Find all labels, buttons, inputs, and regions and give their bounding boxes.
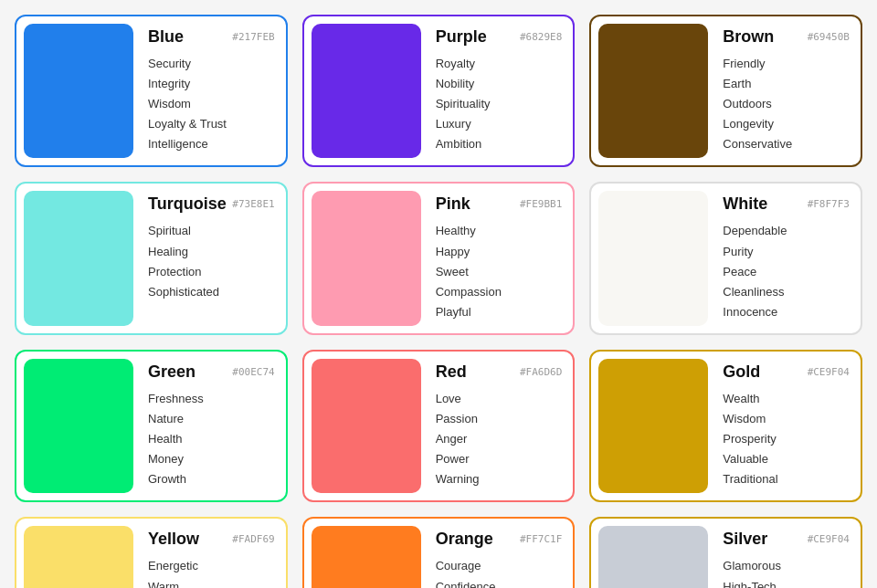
red-swatch — [312, 359, 421, 493]
silver-swatch — [598, 526, 708, 588]
green-swatch — [24, 359, 133, 493]
gold-trait: Traditional — [723, 469, 850, 489]
white-hex: #F8F7F3 — [808, 198, 850, 210]
brown-trait: Friendly — [723, 54, 850, 74]
brown-swatch — [598, 24, 708, 158]
white-trait: Purity — [723, 242, 850, 262]
red-trait: Love — [436, 389, 563, 409]
color-card-pink[interactable]: Pink#FE9BB1HealthyHappySweetCompassionPl… — [302, 182, 576, 334]
purple-swatch — [312, 24, 421, 158]
pink-swatch — [312, 191, 421, 325]
color-card-orange[interactable]: Orange#FF7C1FCourageConfidenceFriendline… — [302, 517, 576, 588]
turquoise-trait: Healing — [148, 242, 275, 262]
orange-trait: Courage — [436, 556, 563, 576]
yellow-trait: Energetic — [148, 556, 275, 576]
green-trait: Growth — [148, 469, 275, 489]
color-card-gold[interactable]: Gold#CE9F04WealthWisdomProsperityValuabl… — [589, 350, 862, 502]
gold-hex: #CE9F04 — [808, 366, 850, 378]
color-card-brown[interactable]: Brown#69450BFriendlyEarthOutdoorsLongevi… — [589, 15, 862, 167]
turquoise-hex: #73E8E1 — [232, 198, 274, 210]
white-trait: Cleanliness — [723, 282, 850, 302]
brown-trait: Conservative — [723, 134, 850, 154]
gold-trait: Wisdom — [723, 409, 850, 429]
purple-trait: Luxury — [436, 114, 563, 134]
brown-name: Brown — [723, 27, 774, 47]
color-card-yellow[interactable]: Yellow#FADF69EnergeticWarmHappiness — [15, 517, 288, 588]
red-trait: Passion — [436, 409, 563, 429]
white-trait: Dependable — [723, 221, 850, 241]
gold-trait: Wealth — [723, 389, 850, 409]
yellow-swatch — [24, 526, 133, 588]
orange-trait: Confidence — [436, 577, 563, 589]
yellow-content: Yellow#FADF69EnergeticWarmHappiness — [141, 519, 286, 588]
color-card-red[interactable]: Red#FA6D6DLovePassionAngerPowerWarning — [302, 350, 576, 502]
yellow-trait: Warm — [148, 577, 275, 589]
green-trait: Freshness — [148, 389, 275, 409]
green-content: Green#00EC74FreshnessNatureHealthMoneyGr… — [141, 352, 286, 500]
brown-content: Brown#69450BFriendlyEarthOutdoorsLongevi… — [715, 16, 861, 165]
silver-content: Silver#CE9F04GlamorousHigh-Tech — [715, 519, 861, 588]
brown-trait: Earth — [723, 74, 850, 94]
turquoise-swatch — [24, 191, 133, 325]
yellow-name: Yellow — [148, 530, 199, 549]
gold-swatch — [598, 359, 708, 493]
silver-trait: Glamorous — [723, 556, 850, 576]
red-name: Red — [436, 362, 467, 382]
red-trait: Warning — [436, 469, 563, 489]
white-name: White — [723, 194, 767, 214]
red-trait: Power — [436, 449, 563, 469]
pink-trait: Playful — [436, 302, 563, 322]
blue-trait: Security — [148, 54, 275, 74]
silver-hex: #CE9F04 — [808, 533, 850, 545]
color-grid: Blue#217FEBSecurityIntegrityWisdomLoyalt… — [15, 15, 862, 588]
blue-trait: Wisdom — [148, 94, 275, 114]
red-content: Red#FA6D6DLovePassionAngerPowerWarning — [428, 352, 574, 500]
purple-trait: Nobility — [436, 74, 563, 94]
gold-trait: Prosperity — [723, 429, 850, 449]
brown-trait: Outdoors — [723, 94, 850, 114]
gold-trait: Valuable — [723, 449, 850, 469]
green-hex: #00EC74 — [232, 366, 274, 378]
pink-content: Pink#FE9BB1HealthyHappySweetCompassionPl… — [428, 184, 574, 332]
color-card-white[interactable]: White#F8F7F3DependablePurityPeaceCleanli… — [589, 182, 862, 334]
blue-content: Blue#217FEBSecurityIntegrityWisdomLoyalt… — [141, 16, 286, 165]
pink-trait: Sweet — [436, 262, 563, 282]
purple-hex: #6829E8 — [520, 31, 562, 43]
turquoise-content: Turquoise#73E8E1SpiritualHealingProtecti… — [141, 184, 286, 332]
white-content: White#F8F7F3DependablePurityPeaceCleanli… — [715, 184, 861, 332]
blue-hex: #217FEB — [232, 31, 274, 43]
pink-name: Pink — [436, 194, 470, 214]
brown-hex: #69450B — [808, 31, 850, 43]
color-card-turquoise[interactable]: Turquoise#73E8E1SpiritualHealingProtecti… — [15, 182, 288, 334]
brown-trait: Longevity — [723, 114, 850, 134]
blue-trait: Integrity — [148, 74, 275, 94]
turquoise-trait: Spiritual — [148, 221, 275, 241]
orange-swatch — [312, 526, 421, 588]
white-trait: Innocence — [723, 302, 850, 322]
green-trait: Nature — [148, 409, 275, 429]
orange-hex: #FF7C1F — [520, 533, 562, 545]
silver-name: Silver — [723, 530, 767, 549]
pink-trait: Healthy — [436, 221, 563, 241]
white-trait: Peace — [723, 262, 850, 282]
red-hex: #FA6D6D — [520, 366, 562, 378]
color-card-blue[interactable]: Blue#217FEBSecurityIntegrityWisdomLoyalt… — [15, 15, 288, 167]
green-trait: Health — [148, 429, 275, 449]
purple-name: Purple — [436, 27, 487, 47]
purple-trait: Spirituality — [436, 94, 563, 114]
turquoise-trait: Protection — [148, 262, 275, 282]
yellow-hex: #FADF69 — [232, 533, 274, 545]
orange-content: Orange#FF7C1FCourageConfidenceFriendline… — [428, 519, 574, 588]
purple-trait: Royalty — [436, 54, 563, 74]
green-trait: Money — [148, 449, 275, 469]
white-swatch — [598, 191, 708, 325]
color-card-purple[interactable]: Purple#6829E8RoyaltyNobilitySpirituality… — [302, 15, 576, 167]
blue-trait: Loyalty & Trust — [148, 114, 275, 134]
purple-trait: Ambition — [436, 134, 563, 154]
pink-trait: Compassion — [436, 282, 563, 302]
color-card-green[interactable]: Green#00EC74FreshnessNatureHealthMoneyGr… — [15, 350, 288, 502]
blue-trait: Intelligence — [148, 134, 275, 154]
color-card-silver[interactable]: Silver#CE9F04GlamorousHigh-Tech — [589, 517, 862, 588]
silver-trait: High-Tech — [723, 577, 850, 589]
orange-name: Orange — [436, 530, 493, 549]
